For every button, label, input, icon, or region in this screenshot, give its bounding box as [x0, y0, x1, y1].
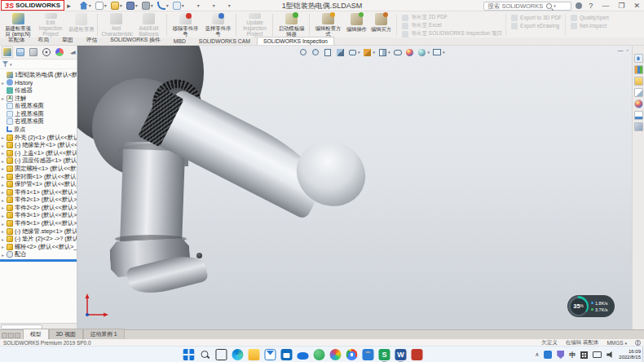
select-button[interactable]: ▾	[173, 2, 184, 10]
caret-icon[interactable]: ▾	[89, 2, 91, 8]
doc-minimize-icon[interactable]: —	[618, 47, 624, 53]
tree-item[interactable]: ▸配合	[2, 251, 77, 258]
performance-button[interactable]: ▾	[188, 2, 200, 10]
ribbon-tab-2[interactable]: 布局	[31, 34, 55, 45]
cm-button-tmpl[interactable]: 启动模板编辑器	[275, 12, 307, 38]
split-button[interactable]	[2, 333, 7, 338]
caret-icon[interactable]: ▾	[428, 50, 430, 55]
wps-icon[interactable]: S	[378, 349, 390, 360]
microsoft-store-icon[interactable]	[280, 349, 292, 360]
caret-icon[interactable]: ▾	[373, 50, 376, 55]
touch-keyboard-icon[interactable]	[580, 351, 588, 359]
save-button[interactable]: ▾	[126, 2, 138, 10]
display-button[interactable]: ▾	[204, 2, 215, 10]
new-button[interactable]: ▾	[95, 2, 107, 10]
cm-button-cust[interactable]: 编辑买方	[368, 12, 393, 38]
caret-icon[interactable]: ▾	[182, 2, 184, 8]
section-view-button[interactable]	[335, 47, 345, 57]
tree-item[interactable]: ▸零件1<1> (默认<<默认>_显示状态	[2, 188, 77, 196]
filter-funnel-icon[interactable]	[2, 61, 8, 67]
tray-app-icon[interactable]	[544, 351, 552, 359]
green-app-icon[interactable]	[313, 349, 324, 360]
word-icon[interactable]: W	[395, 349, 406, 360]
display-style-button[interactable]	[377, 47, 387, 57]
print-button[interactable]: ▾	[142, 2, 153, 10]
tree-item[interactable]: ▸零件2<1> (默认<<默认>_显示状态	[2, 196, 77, 205]
caret-icon[interactable]: ▾	[166, 2, 169, 8]
panel-collapse-arrow-icon[interactable]: ◀	[72, 49, 76, 55]
doc-restore-icon[interactable]: ▫	[627, 47, 629, 53]
tree-item[interactable]: 前视基准面	[2, 102, 77, 110]
file-explorer-tab[interactable]	[634, 77, 643, 86]
previous-view-button[interactable]	[323, 47, 333, 57]
tree-filter[interactable]: ▾	[0, 60, 77, 69]
tree-item[interactable]: ▸(-) 绝缘垫片<1> (默认<<默认>_显示	[2, 141, 77, 149]
file-explorer-icon[interactable]	[248, 349, 259, 360]
custom-properties-tab[interactable]	[634, 111, 643, 120]
fm-tab-feature-tree[interactable]	[2, 46, 13, 58]
help-button[interactable]: ?	[586, 2, 595, 10]
search-caret-icon[interactable]: ▾	[554, 3, 556, 8]
tree-item[interactable]: ▸外壳 (2)<1> (默认<<默认>_显示状	[2, 134, 77, 142]
search-icon[interactable]	[546, 3, 552, 9]
display-tray-icon[interactable]	[593, 351, 602, 358]
caret-icon[interactable]: ▾	[388, 50, 390, 55]
tree-item[interactable]: ▸零件3<1> (默认<<默认>_显示状态	[2, 212, 77, 220]
tree-item[interactable]: 右视基准面	[2, 118, 77, 126]
tag-globe-icon[interactable]	[635, 340, 641, 346]
restore-button[interactable]: ❐	[615, 2, 627, 10]
caret-icon[interactable]: ▾	[120, 2, 122, 8]
fm-tab-property-manager[interactable]	[15, 46, 26, 58]
tree-item[interactable]: ▸(-) 上盖<1> (默认<<默认>_显示状	[2, 149, 77, 157]
options-button[interactable]: ▾	[219, 2, 231, 10]
tree-item[interactable]: ▸注解	[2, 95, 77, 103]
caret-icon[interactable]: ▾	[135, 2, 138, 8]
caret-icon[interactable]: ▾	[228, 2, 231, 8]
close-button[interactable]: ✕	[631, 2, 642, 10]
ribbon-tab-6[interactable]: MBD	[167, 37, 192, 45]
apply-scene-button[interactable]	[417, 47, 427, 57]
security-shield-icon[interactable]	[557, 351, 564, 359]
tree-item[interactable]: ▸零件5<1> (默认<<默认>_显示状态	[2, 219, 77, 227]
split-button[interactable]	[8, 333, 14, 338]
tree-item[interactable]: ▸(-) 绝缘管.step<1> (默认<<默认>	[2, 227, 77, 236]
login-icon[interactable]	[576, 2, 582, 9]
tray-expand-icon[interactable]: ∧	[535, 351, 539, 358]
task-view-icon[interactable]	[215, 349, 227, 360]
units-selector[interactable]: MMGS ▾	[607, 340, 627, 346]
magnified-selection-button[interactable]	[347, 47, 357, 57]
open-button[interactable]: ▾	[111, 2, 122, 10]
fm-tab-configuration-manager[interactable]	[28, 46, 39, 58]
search-icon[interactable]	[199, 349, 210, 360]
chrome-icon[interactable]	[346, 349, 357, 360]
tree-item[interactable]: ▸螺栓<2> (默认<<默认>_显示状态	[2, 243, 77, 251]
ribbon-tab-1[interactable]: 装配体	[2, 34, 31, 45]
home-button[interactable]: ▾	[80, 2, 91, 10]
solidworks-forum-tab[interactable]	[634, 122, 643, 131]
solidworks-resources-tab[interactable]	[634, 54, 643, 63]
caret-icon[interactable]: ▾	[151, 2, 153, 8]
edit-appearance-button[interactable]	[405, 47, 415, 57]
ime-indicator[interactable]: 中	[569, 351, 576, 360]
caret-icon[interactable]: ▾	[213, 2, 215, 8]
ribbon-tab-3[interactable]: 草图	[55, 34, 80, 45]
zoom-area-button[interactable]	[311, 47, 320, 57]
mail-icon[interactable]	[264, 349, 276, 360]
ribbon-tab-4[interactable]: 评估	[80, 34, 104, 45]
doc-tab-1[interactable]: 模型	[23, 329, 49, 339]
view-orientation-button[interactable]	[363, 47, 373, 57]
search-input[interactable]	[486, 2, 545, 11]
cm-button-oper[interactable]: 编辑操作	[344, 12, 368, 38]
ribbon-tab-7[interactable]: SOLIDWORKS CAM	[192, 37, 257, 45]
start-icon[interactable]	[183, 349, 194, 360]
tree-item[interactable]: 传感器	[2, 86, 77, 95]
filter-caret-icon[interactable]: ▾	[10, 62, 12, 67]
volume-icon[interactable]	[607, 351, 614, 358]
doc-tab-2[interactable]: 3D 视图	[49, 329, 83, 339]
tree-item[interactable]: ▸零件2<2> (默认<<默认>_显示状态	[2, 204, 77, 212]
appearances-scenes-tab[interactable]	[634, 99, 643, 108]
view-settings-button[interactable]	[432, 47, 442, 57]
cm-button-sel[interactable]: 选择零件序号	[201, 12, 234, 38]
undo-button[interactable]: ▾	[157, 2, 169, 10]
minimize-button[interactable]: —	[599, 2, 611, 10]
